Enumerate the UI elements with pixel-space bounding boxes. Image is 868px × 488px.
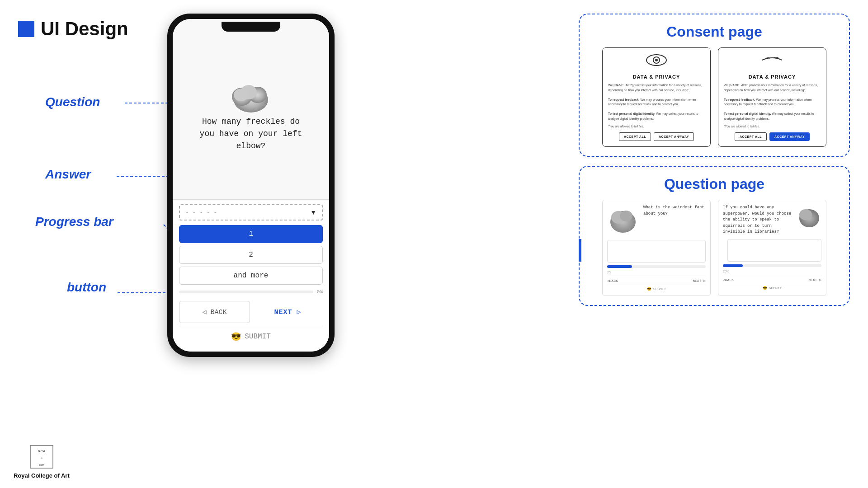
question-card-2: If you could have any superpower, would … [718, 200, 826, 296]
submit-label: SUBMIT [245, 333, 271, 341]
svg-text:⚜: ⚜ [40, 457, 42, 460]
consent-card-2-buttons: ACCEPT ALL ACCEPT ANYWAY [724, 132, 821, 141]
svg-point-11 [655, 59, 658, 61]
question-card-1-submit[interactable]: 😎 SUBMIT [607, 285, 706, 291]
q-card-2-back[interactable]: ◁BACK [723, 278, 734, 282]
footer-college-name: Royal College of Art [14, 472, 70, 479]
rock-image-2 [797, 205, 821, 235]
progress-track [179, 291, 313, 293]
q-card-1-next[interactable]: NEXT ▷ [693, 279, 706, 283]
question-card-2-answer[interactable] [727, 239, 821, 262]
phone-question: How many freckles doyou have on your lef… [200, 116, 302, 152]
consent-card-2-note: *You are allowed to tell lies. [724, 125, 821, 128]
question-card-1-top: What is the weirdest fact about you? [607, 205, 706, 236]
progress-fill-1 [607, 265, 632, 268]
option-and-more[interactable]: and more [179, 267, 323, 285]
progress-label-1: 25 [607, 271, 706, 274]
submit-icon-q2: 😎 [763, 286, 767, 290]
phone-notch [222, 22, 280, 32]
phone-top-section: How many freckles doyou have on your lef… [173, 19, 329, 200]
phone-submit-row[interactable]: 😎 SUBMIT [179, 326, 323, 347]
phone-dropdown[interactable]: - - - - - ▼ [179, 204, 323, 221]
consent-panel: Consent page DATA & PRIVACY We [NAME_APP… [579, 14, 850, 157]
svg-point-16 [799, 209, 812, 220]
svg-point-14 [620, 211, 632, 221]
question-card-2-text: If you could have any superpower, would … [723, 205, 792, 235]
header-square [18, 21, 34, 37]
accept-all-btn-2[interactable]: ACCEPT ALL [735, 132, 767, 141]
back-button[interactable]: ◁ BACK [179, 301, 250, 323]
cloud-image [224, 75, 278, 116]
consent-card-1-body: We [NAME_APP] process your information f… [608, 83, 705, 121]
question-panel: Question page [579, 166, 850, 306]
question-card-1-answer[interactable] [607, 240, 706, 263]
consent-card-1-buttons: ACCEPT ALL ACCEPT ANYWAY [608, 132, 705, 141]
consent-card-2-title: DATA & PRIVACY [724, 74, 821, 80]
footer: RCA ⚜ 1837 Royal College of Art [14, 443, 70, 479]
svg-point-8 [234, 89, 248, 101]
accept-anyway-btn-1[interactable]: ACCEPT ANYWAY [654, 132, 694, 141]
question-panel-title: Question page [589, 176, 840, 192]
progress-bar-label: Progress bar [35, 215, 113, 229]
question-card-1-progress [607, 265, 706, 268]
consent-panel-title: Consent page [589, 23, 840, 40]
question-card-2-top: If you could have any superpower, would … [723, 205, 821, 235]
header: UI Design [18, 18, 128, 40]
consent-card-2-body: We [NAME_APP] process your information f… [724, 83, 821, 121]
question-card-2-nav: ◁BACK NEXT ▷ [723, 275, 821, 282]
progress-fill-2 [723, 264, 743, 267]
consent-card-2: DATA & PRIVACY We [NAME_APP] process you… [718, 47, 826, 147]
eye-closed-icon [724, 53, 821, 70]
phone-answer-section: - - - - - ▼ 1 2 and more 0% [173, 200, 329, 352]
progress-label-2: 20% [723, 270, 821, 273]
dropdown-arrow-icon: ▼ [310, 209, 316, 216]
accept-all-btn-1[interactable]: ACCEPT ALL [619, 132, 651, 141]
option-2[interactable]: 2 [179, 246, 323, 264]
consent-cards-row: DATA & PRIVACY We [NAME_APP] process you… [589, 47, 840, 147]
dropdown-placeholder: - - - - - [185, 209, 217, 216]
progress-bar-row: 0% [179, 287, 323, 296]
q-card-2-next[interactable]: NEXT ▷ [808, 278, 821, 282]
svg-text:RCA: RCA [38, 449, 46, 453]
next-button[interactable]: NEXT ▷ [253, 301, 323, 323]
consent-card-1-title: DATA & PRIVACY [608, 74, 705, 80]
option-1[interactable]: 1 [179, 225, 323, 243]
answer-label: Answer [45, 167, 91, 182]
phone-frame: How many freckles doyou have on your lef… [167, 14, 335, 357]
question-card-1-text: What is the weirdest fact about you? [643, 205, 706, 236]
accept-anyway-btn-2[interactable]: ACCEPT ANYWAY [769, 132, 810, 141]
submit-icon-q1: 😎 [647, 287, 651, 291]
page-title: UI Design [41, 18, 128, 40]
phone-mockup: How many freckles doyou have on your lef… [167, 14, 335, 357]
question-cards-row: What is the weirdest fact about you? 25 … [589, 200, 840, 296]
phone-nav-row: ◁ BACK NEXT ▷ [179, 301, 323, 323]
question-card-1: What is the weirdest fact about you? 25 … [602, 200, 711, 296]
question-card-2-progress [723, 264, 821, 267]
rca-logo: RCA ⚜ 1837 [28, 443, 55, 470]
q-card-1-back[interactable]: ◁BACK [607, 279, 618, 283]
phone-screen: How many freckles doyou have on your lef… [173, 19, 329, 352]
question-card-2-submit[interactable]: 😎 SUBMIT [723, 284, 821, 290]
right-panels: Consent page DATA & PRIVACY We [NAME_APP… [579, 14, 850, 306]
question-card-1-nav: ◁BACK NEXT ▷ [607, 276, 706, 283]
consent-card-1: DATA & PRIVACY We [NAME_APP] process you… [602, 47, 711, 147]
consent-card-1-note: *You are allowed to tell lies. [608, 125, 705, 128]
rock-image-1 [607, 205, 639, 236]
submit-icon: 😎 [231, 332, 241, 342]
progress-percent: 0% [317, 289, 323, 295]
svg-text:1837: 1837 [39, 464, 44, 466]
eye-open-icon [608, 53, 705, 70]
button-label: button [67, 280, 106, 295]
question-label: Question [45, 95, 100, 109]
